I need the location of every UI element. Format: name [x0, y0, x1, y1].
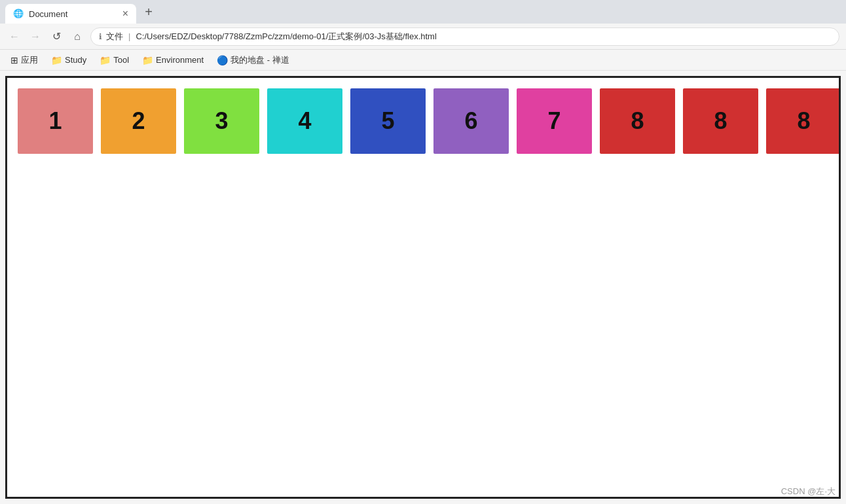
bookmark-apps-label: 应用: [21, 54, 38, 66]
page-content: 1234567888: [5, 76, 841, 499]
browser-window: 🌐 Document × + ← → ↺ ⌂ ℹ 文件 | C:/Users/E…: [0, 0, 846, 504]
reload-icon: ↺: [52, 30, 61, 43]
new-tab-button[interactable]: +: [139, 2, 158, 22]
address-bar: ← → ↺ ⌂ ℹ 文件 | C:/Users/EDZ/Desktop/7788…: [0, 24, 846, 50]
bookmark-study[interactable]: 📁 Study: [46, 54, 92, 67]
tab-title: Document: [29, 9, 117, 19]
tab-bar: 🌐 Document × +: [0, 0, 846, 24]
back-button[interactable]: ←: [7, 29, 22, 45]
flex-box: 5: [350, 88, 426, 154]
url-bar[interactable]: ℹ 文件 | C:/Users/EDZ/Desktop/7788/ZzmPc/z…: [90, 27, 839, 46]
flex-box: 8: [766, 88, 841, 154]
apps-icon: ⊞: [10, 55, 18, 65]
browser-tab[interactable]: 🌐 Document ×: [5, 4, 136, 24]
folder-icon: 📁: [142, 55, 153, 65]
home-button[interactable]: ⌂: [69, 29, 85, 45]
reload-button[interactable]: ↺: [48, 29, 64, 45]
tab-favicon: 🌐: [13, 9, 24, 19]
folder-icon: 📁: [51, 55, 62, 65]
forward-button[interactable]: →: [28, 29, 43, 45]
flex-box: 7: [517, 88, 592, 154]
watermark: CSDN @左·大: [781, 486, 836, 497]
bookmarks-bar: ⊞ 应用 📁 Study 📁 Tool 📁 Environment 🔵 我的地盘…: [0, 50, 846, 71]
bookmark-mydisk-label: 我的地盘 - 禅道: [230, 54, 289, 66]
bookmark-tool-label: Tool: [113, 55, 129, 65]
flex-box: 4: [267, 88, 342, 154]
url-separator: |: [128, 31, 130, 41]
url-scheme: 文件: [106, 31, 123, 43]
flex-box: 8: [600, 88, 675, 154]
lock-icon: ℹ: [99, 32, 102, 41]
bookmark-tool[interactable]: 📁 Tool: [94, 54, 134, 67]
url-path: C:/Users/EDZ/Desktop/7788/ZzmPc/zzm/demo…: [136, 31, 436, 43]
flex-box: 6: [433, 88, 509, 154]
bookmark-environment[interactable]: 📁 Environment: [137, 54, 209, 67]
bookmark-mydisk[interactable]: 🔵 我的地盘 - 禅道: [212, 53, 295, 67]
back-icon: ←: [9, 31, 20, 43]
flex-box: 8: [683, 88, 758, 154]
flex-box: 2: [101, 88, 176, 154]
tab-close-button[interactable]: ×: [122, 9, 128, 19]
forward-icon: →: [30, 31, 41, 43]
home-icon: ⌂: [74, 31, 81, 43]
link-icon: 🔵: [217, 55, 228, 65]
bookmark-study-label: Study: [65, 55, 86, 65]
flex-box: 3: [184, 88, 259, 154]
folder-icon: 📁: [100, 55, 111, 65]
bookmark-apps[interactable]: ⊞ 应用: [5, 53, 43, 67]
bookmark-environment-label: Environment: [156, 55, 204, 65]
flex-container: 1234567888: [18, 88, 828, 154]
flex-box: 1: [18, 88, 93, 154]
